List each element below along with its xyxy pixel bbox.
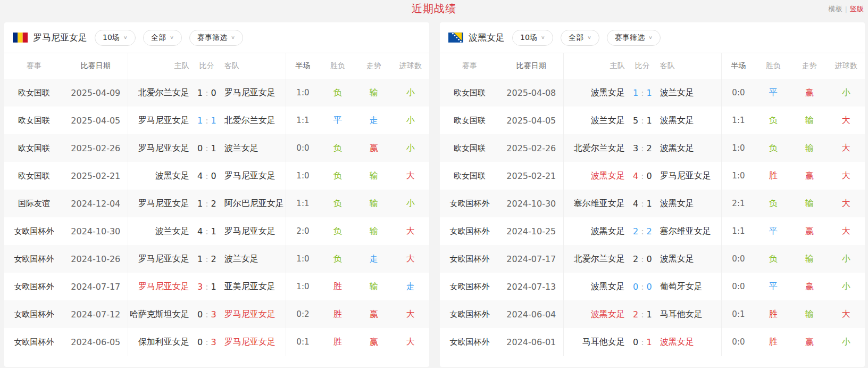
scope-value: 全部 — [151, 33, 166, 43]
away-score: 1 — [647, 88, 652, 98]
layout-toggle: 横板 | 竖版 — [829, 4, 864, 14]
match-row[interactable]: 女欧国杯外2024-06-04波黑女足2:1马耳他女足0:1胜输大 — [440, 300, 865, 328]
cell-home-team: 马耳他女足 — [563, 328, 625, 356]
score-colon: : — [205, 116, 208, 126]
away-score: 0 — [647, 282, 652, 292]
layout-vertical-link[interactable]: 竖版 — [850, 4, 864, 14]
cell-result: 平 — [755, 273, 791, 300]
event-filter-dropdown[interactable]: 赛事筛选 ∨ — [607, 30, 661, 46]
match-row[interactable]: 欧女国联2025-02-26罗马尼亚女足0:1波兰女足0:0负赢小 — [4, 134, 429, 162]
cell-date: 2024-10-25 — [499, 217, 563, 245]
cell-goals: 大 — [828, 162, 865, 190]
event-filter-value: 赛事筛选 — [197, 33, 227, 43]
score-colon: : — [641, 226, 644, 236]
cell-league: 女欧国杯外 — [440, 245, 499, 273]
chevron-down-icon: ∨ — [587, 35, 591, 40]
cell-result: 胜 — [755, 300, 791, 328]
cell-home-team: 罗马尼亚女足 — [128, 273, 189, 300]
match-row[interactable]: 欧女国联2025-02-21波黑女足4:0罗马尼亚女足1:0负输大 — [4, 162, 429, 190]
away-score: 2 — [211, 254, 216, 264]
scope-value: 全部 — [569, 33, 583, 43]
home-score: 1 — [197, 88, 203, 98]
cell-league: 欧女国联 — [440, 134, 499, 162]
col-header-half: 半场 — [286, 53, 320, 79]
cell-score: 1:1 — [625, 79, 660, 107]
cell-home-team: 波黑女足 — [563, 300, 625, 328]
chevron-down-icon: ∨ — [541, 35, 545, 40]
away-score: 1 — [211, 143, 216, 153]
score-colon: : — [641, 199, 644, 209]
cell-away-team: 马耳他女足 — [660, 300, 721, 328]
col-header-league: 赛事 — [4, 53, 64, 79]
away-score: 1 — [647, 116, 652, 126]
match-row[interactable]: 女欧国杯外2024-10-30波兰女足4:1罗马尼亚女足2:0负输大 — [4, 217, 429, 245]
home-score: 4 — [633, 171, 638, 181]
cell-date: 2024-12-04 — [64, 190, 128, 217]
cell-trend: 赢 — [791, 273, 828, 300]
match-row[interactable]: 女欧国杯外2024-07-17罗马尼亚女足3:1亚美尼亚女足1:0胜输走 — [4, 273, 429, 300]
cell-home-team: 波黑女足 — [563, 217, 625, 245]
match-row[interactable]: 女欧国杯外2024-07-17北爱尔兰女足2:0波黑女足0:0负输小 — [440, 245, 865, 273]
home-score: 3 — [633, 143, 638, 153]
cell-halftime: 1:0 — [721, 134, 755, 162]
score-colon: : — [641, 143, 644, 153]
cell-halftime: 0:0 — [721, 245, 755, 273]
match-row[interactable]: 欧女国联2025-04-05罗马尼亚女足1:1北爱尔兰女足1:1平走小 — [4, 107, 429, 134]
cell-score: 0:0 — [625, 273, 660, 300]
cell-goals: 大 — [392, 162, 429, 190]
score-colon: : — [205, 337, 208, 347]
cell-score: 3:1 — [189, 273, 224, 300]
cell-league: 欧女国联 — [4, 79, 64, 107]
away-score: 2 — [647, 226, 652, 236]
away-score: 0 — [647, 254, 652, 264]
match-row[interactable]: 女欧国杯外2024-10-30塞尔维亚女足4:1波黑女足2:1负输大 — [440, 190, 865, 217]
score-colon: : — [641, 171, 644, 181]
cell-result: 负 — [755, 107, 791, 134]
match-row[interactable]: 欧女国联2025-04-09北爱尔兰女足1:0罗马尼亚女足1:0负输小 — [4, 79, 429, 107]
col-header-date: 比赛日期 — [64, 53, 128, 79]
cell-result: 平 — [755, 217, 791, 245]
cell-away-team: 波黑女足 — [660, 328, 721, 356]
cell-date: 2025-02-21 — [64, 162, 128, 190]
match-row[interactable]: 欧女国联2025-04-05波兰女足5:1波黑女足1:1负输大 — [440, 107, 865, 134]
match-row[interactable]: 国际友谊2024-12-04罗马尼亚女足1:2阿尔巴尼亚女足1:1负输小 — [4, 190, 429, 217]
cell-score: 0:1 — [625, 328, 660, 356]
scope-dropdown[interactable]: 全部 ∨ — [143, 30, 182, 46]
cell-score: 3:2 — [625, 134, 660, 162]
match-count-dropdown[interactable]: 10场 ∨ — [512, 30, 553, 46]
away-score: 1 — [647, 199, 652, 209]
match-row[interactable]: 欧女国联2025-02-26北爱尔兰女足3:2波黑女足1:0负输大 — [440, 134, 865, 162]
cell-result: 负 — [755, 134, 791, 162]
match-row[interactable]: 欧女国联2025-02-21波黑女足4:0罗马尼亚女足1:0胜赢大 — [440, 162, 865, 190]
cell-away-team: 罗马尼亚女足 — [224, 79, 286, 107]
cell-result: 胜 — [320, 300, 356, 328]
match-row[interactable]: 女欧国杯外2024-07-12哈萨克斯坦女足0:3罗马尼亚女足0:2胜赢大 — [4, 300, 429, 328]
cell-result: 负 — [320, 134, 356, 162]
home-score: 0 — [633, 337, 638, 347]
scope-dropdown[interactable]: 全部 ∨ — [561, 30, 599, 46]
cell-halftime: 0:0 — [721, 273, 755, 300]
score-colon: : — [205, 171, 208, 181]
home-score: 4 — [197, 226, 203, 236]
cell-away-team: 波黑女足 — [660, 245, 721, 273]
cell-result: 负 — [320, 79, 356, 107]
match-row[interactable]: 女欧国杯外2024-06-05保加利亚女足0:3罗马尼亚女足0:1胜赢大 — [4, 328, 429, 356]
cell-goals: 大 — [828, 300, 865, 328]
layout-horizontal-link[interactable]: 横板 — [829, 4, 842, 14]
match-row[interactable]: 女欧国杯外2024-06-01马耳他女足0:1波黑女足0:0胜赢小 — [440, 328, 865, 356]
cell-trend: 赢 — [356, 328, 392, 356]
match-count-dropdown[interactable]: 10场 ∨ — [95, 30, 136, 46]
col-header-trend: 走势 — [791, 53, 828, 79]
match-row[interactable]: 欧女国联2025-04-08波黑女足1:1波兰女足0:0平赢小 — [440, 79, 865, 107]
cell-league: 女欧国杯外 — [4, 328, 64, 356]
event-filter-dropdown[interactable]: 赛事筛选 ∨ — [189, 30, 243, 46]
match-row[interactable]: 女欧国杯外2024-10-26罗马尼亚女足1:2波兰女足1:0负走大 — [4, 245, 429, 273]
cell-date: 2024-07-17 — [64, 273, 128, 300]
match-row[interactable]: 女欧国杯外2024-10-25波黑女足2:2塞尔维亚女足1:1平赢大 — [440, 217, 865, 245]
away-score: 1 — [647, 337, 652, 347]
cell-away-team: 亚美尼亚女足 — [224, 273, 286, 300]
cell-date: 2024-10-30 — [499, 190, 563, 217]
cell-trend: 输 — [356, 190, 392, 217]
match-row[interactable]: 女欧国杯外2024-07-13波黑女足0:0葡萄牙女足0:0平赢小 — [440, 273, 865, 300]
cell-goals: 小 — [392, 190, 429, 217]
